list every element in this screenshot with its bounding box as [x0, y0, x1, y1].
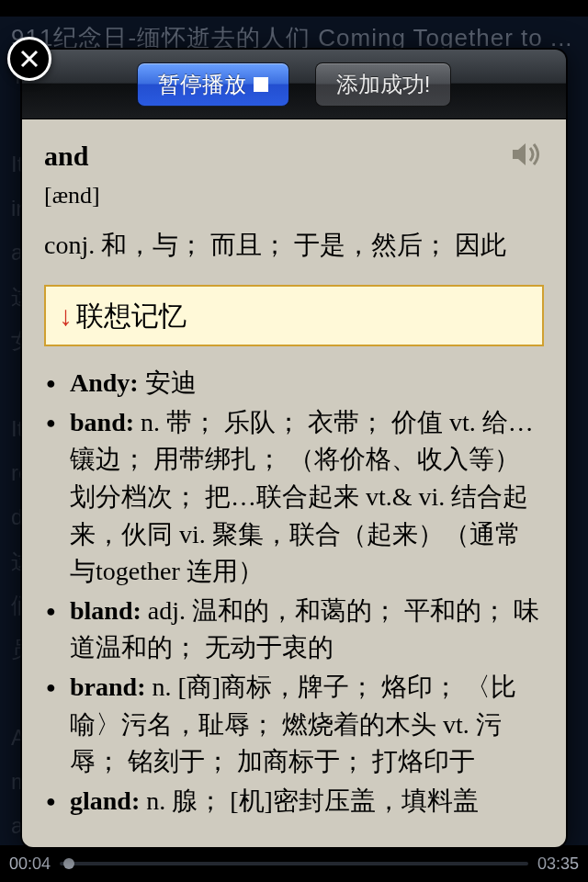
headword: and: [44, 136, 507, 176]
add-success-button[interactable]: 添加成功!: [315, 62, 452, 107]
definition: conj. 和，与； 而且； 于是，然后； 因此: [44, 227, 544, 265]
list-item: Andy: 安迪: [44, 365, 544, 402]
close-icon: [18, 48, 40, 70]
list-item: band: n. 带； 乐队； 衣带； 价值 vt. 给…镶边； 用带绑扎； （…: [44, 404, 544, 591]
stop-icon: [254, 77, 268, 92]
total-time: 03:35: [537, 854, 579, 874]
speaker-icon: [507, 136, 544, 173]
list-item: brand: n. [商]商标，牌子； 烙印； 〈比喻〉污名，耻辱； 燃烧着的木…: [44, 669, 544, 781]
list-item: bland: adj. 温和的，和蔼的； 平和的； 味道温和的； 无动于衷的: [44, 593, 544, 667]
elapsed-time: 00:04: [9, 854, 51, 874]
related-words-list: Andy: 安迪 band: n. 带； 乐队； 衣带； 价值 vt. 给…镶边…: [44, 365, 544, 820]
audio-player: 00:04 03:35: [0, 845, 588, 882]
arrow-down-icon: ↓: [59, 296, 73, 336]
dictionary-popup: 暂停播放 添加成功! and [ænd] conj. 和，与； 而且； 于是，然…: [20, 48, 568, 849]
add-success-label: 添加成功!: [336, 70, 431, 99]
pronunciation: [ænd]: [44, 178, 507, 213]
progress-thumb[interactable]: [63, 858, 74, 869]
association-label: 联想记忆: [76, 296, 187, 336]
progress-track[interactable]: [60, 862, 528, 865]
association-box[interactable]: ↓ 联想记忆: [44, 285, 544, 347]
speak-button[interactable]: [507, 136, 544, 173]
pause-play-button[interactable]: 暂停播放: [137, 62, 289, 107]
popup-toolbar: 暂停播放 添加成功!: [22, 50, 566, 119]
list-item: gland: n. 腺； [机]密封压盖，填料盖: [44, 783, 544, 820]
pause-label: 暂停播放: [158, 70, 246, 99]
dictionary-content: and [ænd] conj. 和，与； 而且； 于是，然后； 因此 ↓ 联想记…: [22, 119, 566, 847]
status-bar: [0, 0, 588, 17]
close-button[interactable]: [7, 37, 51, 81]
